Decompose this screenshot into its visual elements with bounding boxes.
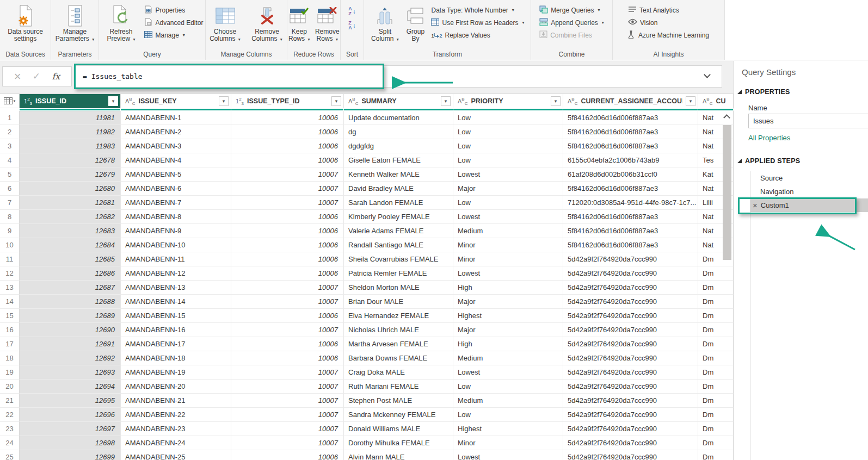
- grid-cell[interactable]: 12695: [20, 394, 121, 408]
- column-filter-button[interactable]: ▾: [551, 96, 561, 106]
- grid-cell[interactable]: 12697: [20, 422, 121, 436]
- grid-cell[interactable]: 12680: [20, 182, 121, 196]
- scroll-up-icon[interactable]: [723, 114, 730, 121]
- grid-cell[interactable]: Barbara Downs FEMALE: [344, 351, 453, 365]
- column-filter-button[interactable]: ▾: [108, 96, 118, 106]
- grid-cell[interactable]: 10007: [231, 436, 344, 450]
- grid-cell[interactable]: 10006: [231, 111, 344, 125]
- grid-cell[interactable]: 12685: [20, 252, 121, 266]
- grid-cell[interactable]: Medium: [453, 394, 563, 408]
- grid-cell[interactable]: Major: [453, 182, 563, 196]
- grid-cell[interactable]: 5d42a9f2f764920da7ccc990: [563, 380, 698, 394]
- grid-cell[interactable]: High: [453, 337, 563, 351]
- grid-cell[interactable]: Low: [453, 153, 563, 167]
- grid-cell[interactable]: 5f84162d06d16d006f887ae3: [563, 111, 698, 125]
- grid-cell[interactable]: AMANDABENN-24: [121, 436, 231, 450]
- grid-cell[interactable]: 5d42a9f2f764920da7ccc990: [563, 351, 698, 365]
- combine-files-button[interactable]: Combine Files: [539, 30, 604, 40]
- grid-cell[interactable]: 5d42a9f2f764920da7ccc990: [563, 394, 698, 408]
- grid-cell[interactable]: Craig Doka MALE: [344, 365, 453, 380]
- grid-cell[interactable]: AMANDABENN-9: [121, 224, 231, 238]
- grid-cell[interactable]: AMANDABENN-2: [121, 125, 231, 139]
- formula-expand-button[interactable]: [705, 72, 712, 78]
- grid-cell[interactable]: AMANDABENN-10: [121, 238, 231, 252]
- scrollbar-thumb[interactable]: [723, 125, 731, 260]
- grid-cell[interactable]: 11983: [20, 139, 121, 153]
- column-header-SUMMARY[interactable]: ABCSUMMARY▾: [344, 94, 453, 108]
- grid-cell[interactable]: 12696: [20, 408, 121, 422]
- grid-cell[interactable]: 12690: [20, 323, 121, 337]
- grid-cell[interactable]: 5d42a9f2f764920da7ccc990: [563, 266, 698, 281]
- grid-cell[interactable]: High: [453, 281, 563, 295]
- grid-cell[interactable]: Dorothy Mihulka FEMALE: [344, 436, 453, 450]
- grid-cell[interactable]: Patricia Remler FEMALE: [344, 266, 453, 281]
- grid-cell[interactable]: 5f84162d06d16d006f887ae3: [563, 224, 698, 238]
- grid-cell[interactable]: 11982: [20, 125, 121, 139]
- grid-cell[interactable]: Giselle Eaton FEMALE: [344, 153, 453, 167]
- grid-cell[interactable]: 12678: [20, 153, 121, 167]
- grid-cell[interactable]: Valerie Adams FEMALE: [344, 224, 453, 238]
- grid-cell[interactable]: 12682: [20, 210, 121, 224]
- grid-cell[interactable]: Kenneth Walker MALE: [344, 167, 453, 182]
- grid-cell[interactable]: AMANDABENN-19: [121, 365, 231, 380]
- grid-cell[interactable]: 5d42a9f2f764920da7ccc990: [563, 323, 698, 337]
- grid-cell[interactable]: Highest: [453, 309, 563, 323]
- query-name-input[interactable]: [748, 114, 868, 128]
- grid-cell[interactable]: 10006: [231, 252, 344, 266]
- applied-step-Source[interactable]: Source: [750, 171, 868, 185]
- column-header-PRIORITY[interactable]: ABCPRIORITY▾: [453, 94, 563, 108]
- grid-cell[interactable]: AMANDABENN-1: [121, 111, 231, 125]
- grid-cell[interactable]: Minor: [453, 238, 563, 252]
- grid-cell[interactable]: 10006: [231, 139, 344, 153]
- grid-cell[interactable]: AMANDABENN-21: [121, 394, 231, 408]
- grid-cell[interactable]: AMANDABENN-22: [121, 408, 231, 422]
- grid-cell[interactable]: 12698: [20, 436, 121, 450]
- grid-cell[interactable]: 10006: [231, 337, 344, 351]
- grid-cell[interactable]: AMANDABENN-5: [121, 167, 231, 182]
- grid-cell[interactable]: 10006: [231, 224, 344, 238]
- grid-cell[interactable]: 12699: [20, 450, 121, 460]
- manage-button[interactable]: Manage ▾: [144, 30, 203, 40]
- grid-cell[interactable]: 10006: [231, 450, 344, 460]
- grid-cell[interactable]: 12684: [20, 238, 121, 252]
- grid-cell[interactable]: 712020:0d3085a4-951d-44fe-98c7-1c7...: [563, 196, 698, 210]
- grid-cell[interactable]: 12687: [20, 281, 121, 295]
- grid-cell[interactable]: 12693: [20, 365, 121, 380]
- grid-cell[interactable]: Ruth Mariani FEMALE: [344, 380, 453, 394]
- grid-cell[interactable]: 10006: [231, 210, 344, 224]
- applied-step-Navigation[interactable]: Navigation: [750, 185, 868, 198]
- grid-cell[interactable]: AMANDABENN-23: [121, 422, 231, 436]
- grid-cell[interactable]: Medium: [453, 351, 563, 365]
- grid-cell[interactable]: 10006: [231, 125, 344, 139]
- data-type-button[interactable]: Data Type: Whole Number ▾: [431, 5, 524, 15]
- refresh-preview-button[interactable]: Refresh Preview ▾: [101, 3, 141, 43]
- applied-steps-section-header[interactable]: APPLIED STEPS: [737, 157, 800, 165]
- grid-cell[interactable]: AMANDABENN-3: [121, 139, 231, 153]
- grid-cell[interactable]: 12683: [20, 224, 121, 238]
- grid-cell[interactable]: Martha Arvesen FEMALE: [344, 337, 453, 351]
- grid-cell[interactable]: Brian Dour MALE: [344, 295, 453, 309]
- grid-cell[interactable]: Alvin Mann MALE: [344, 450, 453, 460]
- grid-cell[interactable]: Stephen Post MALE: [344, 394, 453, 408]
- grid-cell[interactable]: 5f84162d06d16d006f887ae3: [563, 139, 698, 153]
- grid-cell[interactable]: 5d42a9f2f764920da7ccc990: [563, 337, 698, 351]
- append-queries-button[interactable]: Append Queries ▾: [539, 18, 604, 27]
- grid-cell[interactable]: Lowest: [453, 266, 563, 281]
- grid-cell[interactable]: 10007: [231, 196, 344, 210]
- sort-descending-button[interactable]: ZA ↓: [348, 21, 356, 30]
- use-first-row-as-headers-button[interactable]: Use First Row as Headers ▾: [431, 18, 524, 27]
- grid-cell[interactable]: 5d42a9f2f764920da7ccc990: [563, 252, 698, 266]
- grid-cell[interactable]: 10007: [231, 182, 344, 196]
- grid-cell[interactable]: 10006: [231, 238, 344, 252]
- column-filter-button[interactable]: ▾: [219, 96, 229, 106]
- grid-cell[interactable]: AMANDABENN-6: [121, 182, 231, 196]
- grid-cell[interactable]: 10007: [231, 422, 344, 436]
- grid-cell[interactable]: Sandra Mckenney FEMALE: [344, 408, 453, 422]
- grid-cell[interactable]: 10007: [231, 365, 344, 380]
- vertical-scrollbar[interactable]: [722, 94, 732, 460]
- remove-columns-button[interactable]: Remove Columns ▾: [248, 3, 287, 43]
- column-filter-button[interactable]: ▾: [441, 96, 451, 106]
- grid-cell[interactable]: Lowest: [453, 210, 563, 224]
- vision-button[interactable]: Vision: [628, 18, 709, 27]
- grid-cell[interactable]: 12691: [20, 337, 121, 351]
